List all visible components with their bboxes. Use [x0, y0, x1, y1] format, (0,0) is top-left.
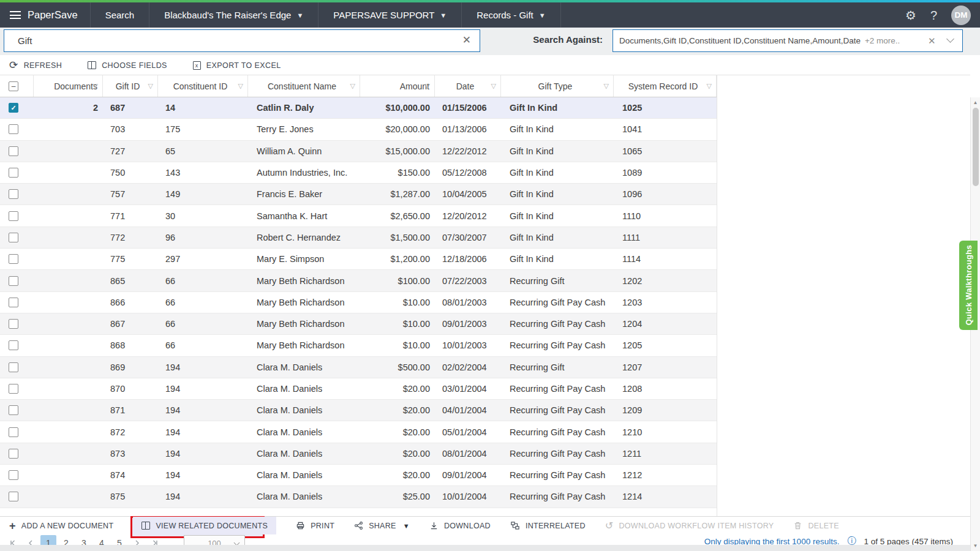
table-row[interactable]: 775 297 Mary E. Simpson $1,200.00 12/18/… [0, 249, 717, 270]
cell-date: 08/01/2003 [435, 292, 501, 313]
row-checkbox[interactable] [9, 492, 18, 501]
table-row[interactable]: 750 143 Autumn Industries, Inc. $150.00 … [0, 162, 717, 184]
scrollbar-down-arrow[interactable]: ▼ [971, 543, 980, 549]
row-checkbox[interactable] [9, 319, 18, 329]
row-checkbox[interactable] [9, 189, 18, 199]
row-checkbox[interactable] [9, 254, 18, 264]
export-to-excel-button[interactable]: x EXPORT TO EXCEL [193, 61, 281, 70]
table-row[interactable]: 757 149 Francis E. Baker $1,287.00 10/04… [0, 184, 717, 205]
row-checkbox[interactable] [9, 405, 18, 415]
row-checkbox[interactable] [9, 340, 18, 350]
row-checkbox[interactable] [9, 276, 18, 286]
interrelated-button[interactable]: INTERRELATED [510, 517, 586, 534]
download-button[interactable]: DOWNLOAD [429, 517, 491, 534]
column-header-date[interactable]: Date▽ [435, 75, 501, 97]
column-header-gift-id[interactable]: Gift ID▽ [103, 75, 158, 97]
search-input[interactable] [4, 30, 480, 51]
delete-button[interactable]: DELETE [793, 517, 839, 534]
settings-gear-icon[interactable]: ⚙ [905, 9, 916, 21]
filter-funnel-icon[interactable]: ▽ [238, 81, 243, 89]
filter-funnel-icon[interactable]: ▽ [604, 81, 609, 89]
clear-against-icon[interactable]: ✕ [928, 36, 936, 47]
select-all-checkbox[interactable]: – [9, 81, 18, 91]
table-row[interactable]: 867 66 Mary Beth Richardson $10.00 09/01… [0, 313, 717, 335]
row-checkbox[interactable] [9, 298, 18, 307]
table-row[interactable]: 869 194 Clara M. Daniels $500.00 02/02/2… [0, 357, 717, 378]
table-row[interactable]: 871 194 Clara M. Daniels $20.00 04/01/20… [0, 400, 717, 421]
print-button[interactable]: PRINT [296, 517, 334, 534]
column-header-documents[interactable]: Documents▽ [34, 75, 103, 97]
filter-funnel-icon[interactable]: ▽ [350, 81, 355, 89]
row-checkbox[interactable] [9, 362, 18, 372]
row-checkbox[interactable] [9, 427, 18, 437]
column-header-constituent-id[interactable]: Constituent ID▽ [158, 75, 248, 97]
cell-gift-id: 757 [103, 184, 158, 204]
nav-item-records-gift[interactable]: Records - Gift ▼ [462, 2, 560, 28]
search-against-more[interactable]: +2 more.. [865, 36, 900, 45]
filter-funnel-icon[interactable]: ▽ [425, 81, 430, 89]
cell-amount: $2,650.00 [360, 205, 435, 226]
clear-search-icon[interactable]: ✕ [462, 34, 471, 47]
table-row[interactable]: 771 30 Samantha K. Hart $2,650.00 12/20/… [0, 205, 717, 227]
search-row: ✕ Search Against: Documents,Gift ID,Cons… [0, 28, 980, 55]
row-checkbox[interactable] [9, 168, 18, 178]
bottom-clip-strip [0, 545, 970, 551]
add-new-document-button[interactable]: + ADD A NEW DOCUMENT [9, 517, 113, 534]
nav-item-search[interactable]: Search [91, 2, 150, 28]
row-checkbox[interactable] [9, 146, 18, 156]
nav-item-raisers-edge[interactable]: Blackbaud's The Raiser's Edge ▼ [149, 2, 318, 28]
nav-item-papersave-support[interactable]: PAPERSAVE SUPPORT ▼ [318, 2, 462, 28]
row-checkbox[interactable] [9, 384, 18, 394]
refresh-icon: ⟳ [9, 60, 18, 70]
hamburger-menu-icon[interactable] [10, 9, 21, 21]
table-row[interactable]: 772 96 Robert C. Hernandez $1,500.00 07/… [0, 227, 717, 249]
cell-constituent-id: 66 [158, 335, 248, 356]
cell-date: 09/01/2003 [435, 313, 501, 334]
user-avatar[interactable]: DM [951, 6, 971, 25]
cell-gift-type: Gift In Kind [501, 97, 614, 118]
row-checkbox[interactable]: ✓ [9, 103, 18, 113]
table-row[interactable]: 866 66 Mary Beth Richardson $10.00 08/01… [0, 292, 717, 313]
search-against-field[interactable]: Documents,Gift ID,Constituent ID,Constit… [612, 29, 963, 52]
share-button[interactable]: SHARE ▼ [354, 517, 410, 534]
table-row[interactable]: 727 65 William A. Quinn $15,000.00 12/22… [0, 141, 717, 162]
table-row[interactable]: 868 66 Mary Beth Richardson $10.00 10/01… [0, 335, 717, 356]
download-workflow-item-history-button[interactable]: ↺ DOWNLOAD WORKFLOW ITEM HISTORY [605, 517, 774, 534]
row-checkbox[interactable] [9, 211, 18, 221]
refresh-button[interactable]: ⟳ REFRESH [9, 60, 62, 70]
cell-constituent-id: 66 [158, 270, 248, 291]
row-checkbox[interactable] [9, 124, 18, 134]
column-header-amount[interactable]: Amount▽ [360, 75, 435, 97]
column-header-constituent-name[interactable]: Constituent Name▽ [248, 75, 360, 97]
help-icon[interactable]: ? [930, 9, 937, 21]
cell-gift-type: Recurring Gift Pay Cash [501, 292, 614, 313]
filter-funnel-icon[interactable]: ▽ [93, 81, 98, 89]
nav-brand[interactable]: PaperSave [0, 2, 91, 28]
table-row[interactable]: 865 66 Mary Beth Richardson $100.00 07/2… [0, 270, 717, 291]
scrollbar-thumb[interactable] [973, 108, 979, 186]
filter-funnel-icon[interactable]: ▽ [707, 81, 712, 89]
column-header-gift-type[interactable]: Gift Type▽ [501, 75, 614, 97]
table-row[interactable]: 872 194 Clara M. Daniels $20.00 05/01/20… [0, 421, 717, 443]
chevron-down-icon: ▼ [440, 12, 447, 19]
scrollbar-up-arrow[interactable]: ▲ [971, 100, 980, 105]
filter-funnel-icon[interactable]: ▽ [491, 81, 496, 89]
cell-gift-type: Recurring Gift [501, 357, 614, 378]
table-row[interactable]: 873 194 Clara M. Daniels $20.00 08/01/20… [0, 443, 717, 465]
table-row[interactable]: 870 194 Clara M. Daniels $20.00 03/01/20… [0, 378, 717, 400]
search-against-label: Search Against: [522, 34, 603, 45]
choose-fields-button[interactable]: CHOOSE FIELDS [88, 61, 167, 70]
cell-constituent-id: 175 [158, 119, 248, 140]
cell-date: 04/01/2004 [435, 400, 501, 421]
column-header-system-record-id[interactable]: System Record ID▽ [614, 75, 717, 97]
table-row[interactable]: 874 194 Clara M. Daniels $20.00 09/01/20… [0, 465, 717, 486]
table-row[interactable]: 875 194 Clara M. Daniels $25.00 10/01/20… [0, 486, 717, 508]
table-row[interactable]: 703 175 Terry E. Jones $20,000.00 01/13/… [0, 119, 717, 140]
table-row[interactable]: ✓ 2 687 14 Catlin R. Daly $10,000.00 01/… [0, 97, 717, 119]
row-checkbox[interactable] [9, 233, 18, 242]
quick-walkthroughs-tab[interactable]: Quick Walkthroughs [959, 241, 978, 330]
row-checkbox[interactable] [9, 449, 18, 459]
filter-funnel-icon[interactable]: ▽ [148, 81, 153, 89]
row-checkbox[interactable] [9, 470, 18, 480]
view-related-documents-button[interactable]: VIEW RELATED DOCUMENTS [133, 517, 276, 534]
